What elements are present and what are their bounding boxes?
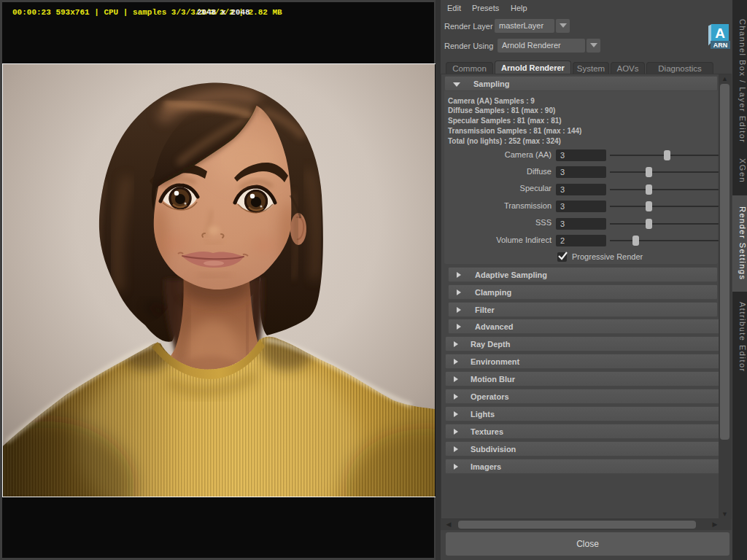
- svg-text:ARN: ARN: [713, 42, 728, 49]
- svg-text:A: A: [715, 26, 725, 41]
